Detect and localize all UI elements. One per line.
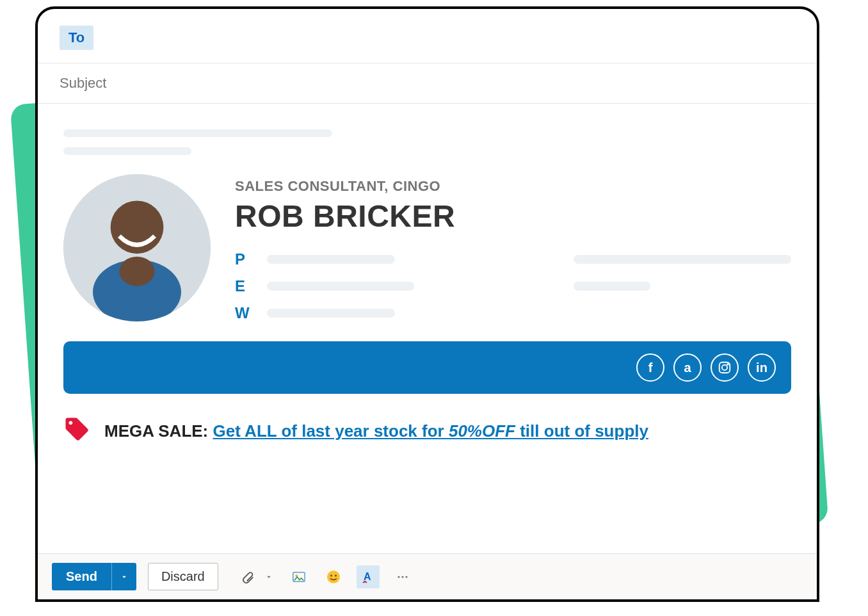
signature-job-title: SALES CONSULTANT, CINGO bbox=[235, 178, 791, 195]
amazon-icon[interactable]: a bbox=[673, 353, 702, 382]
promo-label: MEGA SALE: bbox=[104, 421, 208, 441]
compose-toolbar: Send Discard A bbox=[38, 553, 817, 599]
send-button[interactable]: Send bbox=[52, 563, 111, 590]
svg-point-11 bbox=[330, 574, 332, 576]
contact-value-placeholder bbox=[574, 282, 650, 291]
message-body[interactable]: SALES CONSULTANT, CINGO ROB BRICKER P E bbox=[38, 104, 817, 553]
body-placeholder-line bbox=[63, 147, 191, 155]
attach-group bbox=[236, 565, 276, 588]
contact-key-email: E bbox=[235, 277, 253, 295]
svg-point-14 bbox=[398, 576, 399, 578]
compose-window: To SALES CONSULTANT, CING bbox=[35, 6, 819, 602]
contact-key-phone: P bbox=[235, 250, 253, 268]
svg-point-7 bbox=[69, 421, 73, 425]
instagram-icon[interactable] bbox=[711, 353, 739, 382]
chevron-down-icon bbox=[120, 572, 129, 581]
chevron-down-icon bbox=[264, 572, 273, 581]
signature-name: ROB BRICKER bbox=[235, 199, 791, 234]
svg-point-3 bbox=[119, 257, 154, 286]
to-field-row[interactable]: To bbox=[38, 9, 817, 63]
insert-image-icon[interactable] bbox=[287, 565, 310, 588]
price-tag-icon bbox=[63, 416, 90, 447]
svg-point-10 bbox=[327, 571, 340, 583]
avatar bbox=[63, 174, 211, 321]
contact-value-placeholder bbox=[267, 309, 395, 318]
contact-value-placeholder bbox=[267, 282, 414, 291]
subject-row bbox=[38, 63, 817, 104]
email-signature: SALES CONSULTANT, CINGO ROB BRICKER P E bbox=[63, 174, 791, 322]
svg-point-15 bbox=[401, 576, 403, 578]
social-links-bar: f a in bbox=[63, 341, 791, 394]
attach-icon[interactable] bbox=[236, 565, 259, 588]
svg-text:A: A bbox=[364, 571, 371, 582]
to-button[interactable]: To bbox=[60, 26, 93, 50]
svg-point-6 bbox=[727, 364, 728, 365]
attach-dropdown-icon[interactable] bbox=[262, 565, 276, 588]
svg-point-12 bbox=[335, 574, 337, 576]
body-placeholder-line bbox=[63, 129, 332, 137]
promo-banner: MEGA SALE: Get ALL of last year stock fo… bbox=[63, 416, 791, 447]
svg-point-16 bbox=[405, 576, 407, 578]
discard-button[interactable]: Discard bbox=[148, 563, 218, 590]
more-options-icon[interactable] bbox=[391, 565, 414, 588]
font-format-icon[interactable]: A bbox=[357, 565, 380, 588]
svg-point-5 bbox=[722, 365, 727, 370]
signature-text-block: SALES CONSULTANT, CINGO ROB BRICKER P E bbox=[235, 174, 791, 322]
contact-value-placeholder bbox=[574, 255, 791, 264]
contact-row-phone: P bbox=[235, 250, 791, 268]
contact-value-placeholder bbox=[267, 255, 395, 264]
contact-row-email: E bbox=[235, 277, 791, 295]
contact-key-web: W bbox=[235, 304, 253, 322]
promo-link[interactable]: Get ALL of last year stock for 50%OFF ti… bbox=[213, 421, 648, 441]
emoji-icon[interactable] bbox=[322, 565, 345, 588]
send-dropdown[interactable] bbox=[111, 563, 136, 590]
subject-input[interactable] bbox=[60, 75, 795, 92]
send-button-group: Send bbox=[52, 563, 136, 590]
facebook-icon[interactable]: f bbox=[636, 353, 664, 382]
contact-row-web: W bbox=[235, 304, 791, 322]
linkedin-icon[interactable]: in bbox=[748, 353, 776, 382]
